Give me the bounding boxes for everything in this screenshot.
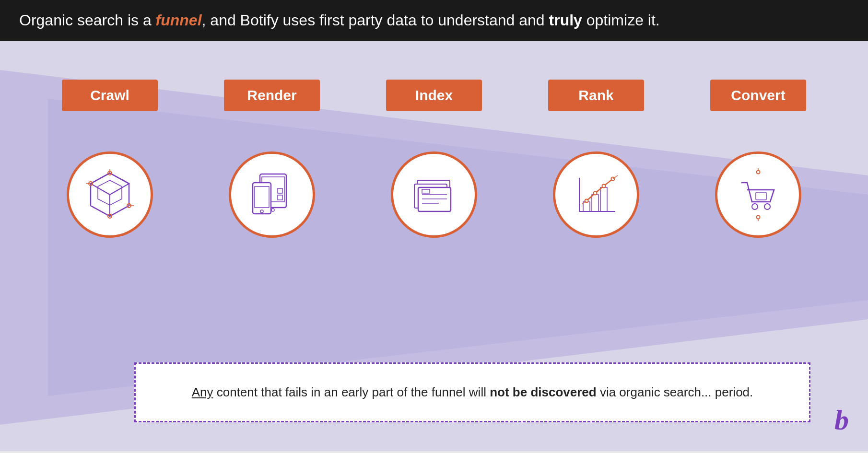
convert-icon-circle — [715, 151, 801, 238]
svg-point-41 — [752, 204, 758, 209]
index-icon — [408, 168, 460, 221]
svg-point-37 — [602, 184, 606, 187]
svg-point-44 — [757, 170, 760, 174]
svg-rect-21 — [278, 188, 282, 193]
label-convert: Convert — [710, 80, 806, 111]
svg-rect-34 — [600, 187, 607, 211]
svg-rect-33 — [592, 195, 598, 211]
svg-point-42 — [764, 204, 770, 209]
render-icon — [246, 168, 298, 221]
label-crawl: Crawl — [62, 80, 158, 111]
svg-rect-32 — [583, 202, 590, 211]
label-index: Index — [386, 80, 482, 111]
header-text: Organic search is a funnel, and Botify u… — [19, 11, 660, 31]
bottom-text-1: content that fails in an early part of t… — [213, 385, 490, 399]
svg-rect-18 — [253, 183, 271, 214]
index-icon-circle — [391, 151, 477, 238]
bottom-text-2: via organic search... period. — [597, 385, 753, 399]
render-icon-circle — [229, 151, 315, 238]
any-word: Any — [192, 385, 213, 399]
label-rank: Rank — [548, 80, 644, 111]
svg-point-45 — [757, 215, 760, 219]
svg-rect-25 — [418, 187, 451, 211]
funnel-word: funnel — [156, 12, 202, 29]
rank-icon-circle — [553, 151, 639, 238]
svg-marker-3 — [91, 173, 129, 195]
bottom-bold: not be discovered — [490, 385, 597, 399]
header-bar: Organic search is a funnel, and Botify u… — [0, 0, 868, 41]
svg-rect-43 — [756, 192, 766, 200]
crawl-icon-circle — [67, 151, 153, 238]
svg-point-36 — [594, 191, 597, 195]
svg-point-17 — [271, 209, 274, 211]
funnel-labels-row: Crawl Render Index Rank Convert — [0, 80, 868, 111]
convert-icon — [732, 168, 785, 221]
crawl-icon — [83, 168, 136, 221]
bottom-text-box: Any content that fails in an early part … — [134, 362, 810, 422]
truly-word: truly — [549, 12, 582, 29]
funnel-icons-row — [0, 151, 868, 238]
rank-icon — [570, 168, 622, 221]
botify-logo: b — [834, 404, 849, 437]
svg-rect-22 — [278, 195, 282, 200]
main-content: Crawl Render Index Rank Convert — [0, 41, 868, 451]
svg-marker-1 — [48, 99, 868, 396]
bottom-text: Any content that fails in an early part … — [164, 383, 780, 402]
label-render: Render — [224, 80, 320, 111]
